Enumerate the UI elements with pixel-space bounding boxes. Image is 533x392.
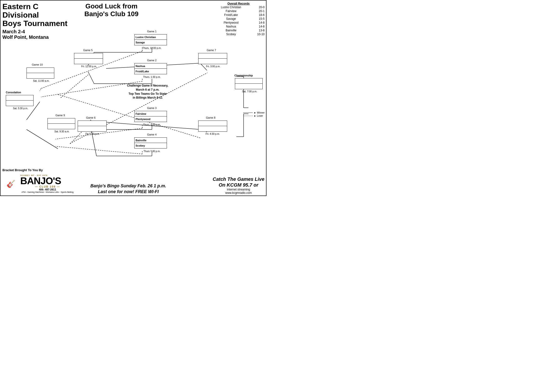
game1-label: Game 1	[147, 30, 157, 33]
team-name: Froid/Lake	[212, 13, 250, 17]
legend-area: ► Winner ► Loser	[243, 111, 265, 118]
record-row: Savage15-5	[212, 17, 265, 21]
game9-time: Sat. 9:30 a.m.	[49, 130, 75, 133]
game5-team2	[74, 59, 103, 64]
consolation-label: Consolation	[6, 91, 21, 94]
game9-label: Game 9	[55, 114, 65, 117]
record-row: Fairview20-1	[212, 9, 265, 13]
championship-label: Championship	[234, 74, 253, 77]
loser-label: Loser	[257, 115, 263, 117]
records-section: Overall Records Lustre Christian20-0Fair…	[212, 2, 265, 36]
record-row: Nashua14-8	[212, 25, 265, 28]
game1-box: Lustre Christian Savage	[134, 34, 167, 45]
consolation-box	[6, 95, 34, 106]
banjos-text: SCOBEY, MT - EST 1978 BANJO'S — CLUB 109…	[19, 174, 75, 193]
championship-team1	[235, 78, 262, 84]
record-row: Plentywood14-8	[212, 21, 265, 25]
game7-box	[198, 53, 227, 64]
game2-team2: Froid/Lake	[135, 69, 167, 74]
winner-label: Winner	[257, 111, 265, 114]
game6-team1	[78, 121, 106, 126]
team-record: 18-6	[250, 13, 265, 17]
game9-team2	[48, 124, 75, 129]
game6-label: Game 6	[86, 116, 96, 119]
tournament-title: Eastern C DivisionalBoys Tournament	[2, 2, 75, 28]
championship-time: Sat. 7:00 p.m.	[236, 90, 263, 93]
game10-box	[27, 68, 54, 79]
game1-team2: Savage	[135, 40, 167, 45]
game10-team2	[27, 73, 54, 78]
game3-label: Game 3	[147, 107, 157, 109]
game4-team1: Bainville	[135, 138, 167, 143]
team-record: 14-8	[250, 25, 265, 28]
game1-team1: Lustre Christian	[135, 34, 167, 40]
tournament-subtitle: March 2-4Wolf Point, Montana	[2, 29, 75, 40]
game3-team1: Fairview	[135, 111, 167, 116]
team-record: 15-5	[250, 17, 265, 21]
sponsor-section: Bracket Brought To You By 🎸 SCOBEY, MT -…	[2, 168, 75, 195]
challenge-content: Challenge Game If Necessary,March 6 at 7…	[127, 84, 168, 99]
game10-team1	[27, 68, 54, 73]
bingo-line1: Banjo's Bingo Sunday Feb. 26 1 p.m.	[75, 183, 181, 189]
consolation-time: Sat. 5:30 p.m.	[7, 107, 34, 110]
record-row: Bainville13-8	[212, 28, 265, 32]
game3-box: Fairview Plentywood	[134, 111, 167, 122]
catch-line4: www.kcgmradio.com	[212, 191, 265, 195]
team-name: Scobey	[212, 32, 250, 36]
catch-line3: internet streaming	[212, 188, 265, 191]
game2-box: Nashua Froid/Lake	[134, 63, 167, 74]
page: Eastern C DivisionalBoys Tournament Marc…	[0, 0, 266, 196]
game7-time: Fri. 3:00 p.m.	[200, 65, 226, 68]
loser-line-dashed	[243, 116, 253, 116]
game8-time: Fri. 4:30 p.m.	[199, 133, 226, 135]
game10-label: Game 10	[32, 63, 43, 66]
goodluck-text: Good Luck fromBanjo's Club 109	[78, 2, 145, 18]
radio-section: Catch The Games Live On KCGM 95.7 or int…	[212, 176, 265, 195]
banjos-logo: 🎸 SCOBEY, MT - EST 1978 BANJO'S — CLUB 1…	[2, 173, 75, 195]
header-center: Good Luck fromBanjo's Club 109	[78, 2, 145, 18]
team-record: 20-0	[250, 5, 265, 9]
game9-team1	[48, 118, 75, 124]
team-name: Lustre Christian	[212, 5, 250, 9]
game1-time: Thurs. 12:00 p.m.	[137, 47, 166, 49]
loser-legend: ► Loser	[243, 115, 265, 117]
game7-team1	[198, 53, 227, 59]
game6-team2	[78, 126, 106, 131]
game10-time: Sat. 11:00 a.m.	[28, 80, 55, 82]
game6-box	[78, 121, 107, 132]
game7-label: Game 7	[207, 49, 216, 52]
team-record: 13-8	[250, 28, 265, 32]
team-record: 20-1	[250, 9, 265, 13]
game8-label: Game 8	[206, 116, 215, 119]
game5-team1	[74, 53, 103, 59]
records-table: Lustre Christian20-0Fairview20-1Froid/La…	[212, 5, 265, 36]
game2-time: Thurs. 1:30 p.m.	[137, 76, 166, 78]
game9-box	[48, 118, 75, 129]
game3-time: Thurs. 6:00 p.m.	[137, 123, 166, 126]
game5-time: Fri. 12:00 p.m.	[76, 65, 102, 68]
bracket-svg	[2, 28, 265, 173]
catch-line2: On KCGM 95.7 or	[212, 182, 265, 188]
record-row: Froid/Lake18-6	[212, 13, 265, 17]
team-name: Nashua	[212, 25, 250, 28]
catch-line1: Catch The Games Live	[212, 176, 265, 182]
game2-label: Game 2	[147, 59, 157, 62]
bingo-line2: Last one for now! FREE WI-FI	[75, 189, 181, 195]
banjos-services: ATM - Gaming Machines - Montana Lotto - …	[20, 191, 75, 193]
svg-line-21	[55, 146, 142, 154]
header-left: Eastern C DivisionalBoys Tournament Marc…	[2, 2, 75, 40]
team-name: Plentywood	[212, 21, 250, 25]
consolation-team1	[6, 95, 33, 101]
game4-time: Thurs 7:30 p.m.	[137, 150, 166, 153]
banjos-phone: 406- 487-2611	[20, 188, 75, 191]
svg-line-22	[60, 75, 88, 98]
banjos-figure: 🎸	[2, 173, 19, 195]
game5-label: Game 5	[83, 49, 93, 52]
sponsor-label: Bracket Brought To You By	[2, 168, 75, 172]
game5-box	[74, 53, 103, 64]
game6-time: Fri. 1:30 p.m.	[79, 133, 106, 135]
winner-line-solid	[243, 113, 253, 113]
team-name: Savage	[212, 17, 250, 21]
championship-box	[235, 78, 263, 89]
record-row: Scobey10-10	[212, 32, 265, 36]
